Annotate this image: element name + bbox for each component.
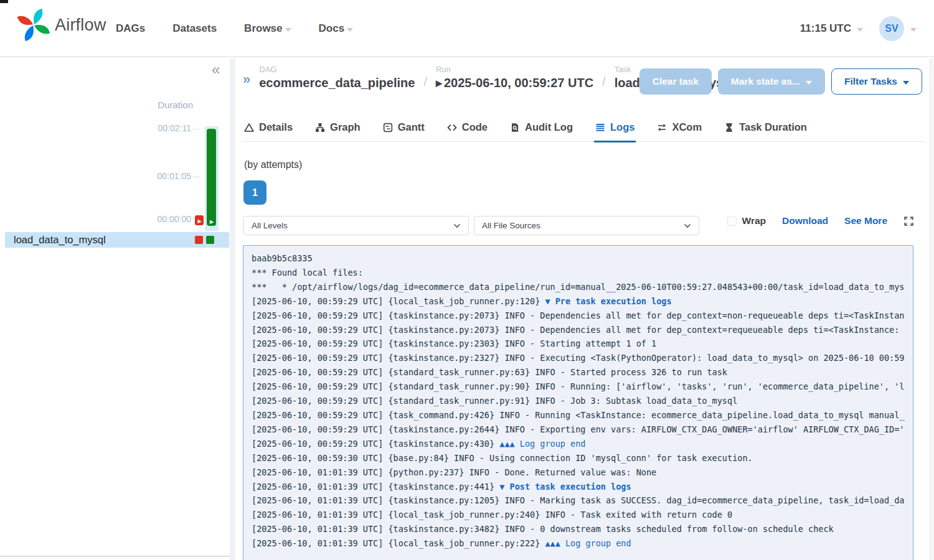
breadcrumb-run-value[interactable]: ▶ 2025-06-10, 00:59:27 UTC [436, 76, 593, 90]
nav-item-dags[interactable]: DAGs [116, 22, 145, 35]
task-instance-failed-square[interactable] [195, 236, 203, 244]
tab-label: XCom [672, 121, 702, 133]
tab-graph[interactable]: Graph [314, 115, 362, 141]
wrap-checkbox[interactable] [727, 217, 737, 226]
log-text: [2025-06-10, 00:59:29 UTC] {taskinstance… [252, 325, 905, 335]
fullscreen-icon[interactable] [903, 216, 914, 226]
sidebar-scrollbar[interactable] [0, 556, 230, 557]
filter-tasks-button[interactable]: Filter Tasks [831, 68, 922, 95]
nav-item-label: Docs [319, 22, 345, 35]
run-timestamp: 2025-06-10, 00:59:27 UTC [444, 76, 593, 90]
wrap-label: Wrap [742, 215, 766, 226]
log-line: [2025-06-10, 01:01:39 UTC] {taskinstance… [252, 493, 905, 508]
task-instance-success-square[interactable] [206, 236, 214, 244]
double-chevron-right-icon[interactable]: » [243, 73, 250, 90]
log-controls: Wrap Download See More [709, 215, 914, 226]
log-line: [2025-06-10, 00:59:29 UTC] {standard_tas… [252, 365, 905, 380]
log-line: [2025-06-10, 00:59:29 UTC] {taskinstance… [252, 337, 905, 351]
task-row-load-data-to-mysql[interactable]: load_data_to_mysql [5, 232, 229, 248]
top-navbar: Airflow DAGsDatasetsBrowseDocs 11:15 UTC… [0, 0, 934, 57]
log-text: baab9b5c8335 [252, 253, 313, 263]
log-line: baab9b5c8335 [252, 251, 905, 266]
tab-bar: DetailsGraphGanttCodeAudit LogLogsXComTa… [243, 115, 924, 142]
run-bar-success[interactable]: ▶ [207, 129, 216, 226]
page-scrollbar[interactable] [930, 58, 934, 560]
caret-down-icon [857, 28, 863, 32]
gantt-chart-icon [383, 123, 393, 133]
breadcrumb-dag-value[interactable]: ecommerce_data_pipeline [259, 76, 415, 90]
log-output-panel[interactable]: baab9b5c8335*** Found local files:*** * … [243, 245, 913, 560]
tab-audit-log[interactable]: Audit Log [509, 115, 574, 141]
collapse-sidebar-icon[interactable]: « [212, 62, 220, 77]
breadcrumb-dag: DAG ecommerce_data_pipeline [259, 65, 415, 90]
user-menu[interactable]: SV [879, 16, 917, 41]
log-text: [2025-06-10, 00:59:29 UTC] {taskinstance… [252, 353, 905, 363]
log-level-select[interactable]: All Levels [243, 216, 469, 235]
grid-sidebar: « Duration 00:02:11 00:01:05 00:00:00 ▶ … [0, 58, 230, 560]
manual-run-play-icon: ▶ [197, 219, 201, 224]
attempt-1-button[interactable]: 1 [243, 180, 267, 205]
log-line: [2025-06-10, 00:59:29 UTC] {taskinstance… [252, 422, 905, 437]
wrap-toggle[interactable]: Wrap [727, 215, 766, 226]
log-line: *** * /opt/airflow/logs/dag_id=ecommerce… [252, 280, 905, 294]
log-text: [2025-06-10, 00:59:29 UTC] {local_task_j… [252, 296, 545, 306]
log-text: [2025-06-10, 01:01:39 UTC] {taskinstance… [252, 495, 905, 505]
tab-label: Graph [330, 121, 361, 133]
log-text: [2025-06-10, 00:59:29 UTC] {task_command… [252, 410, 905, 420]
tab-task-duration[interactable]: Task Duration [723, 115, 808, 141]
task-row-label: load_data_to_mysql [14, 234, 106, 246]
log-group-toggle[interactable]: ▲▲▲ Log group end [545, 538, 631, 548]
avatar[interactable]: SV [879, 16, 904, 41]
log-group-toggle[interactable]: ▼ Post task execution logs [499, 482, 631, 492]
log-group-toggle[interactable]: ▼ Pre task execution logs [545, 296, 671, 306]
duration-tick: 00:02:11 [135, 123, 191, 133]
tab-label: Logs [610, 121, 634, 133]
nav-item-docs[interactable]: Docs [319, 22, 354, 35]
nav-item-datasets[interactable]: Datasets [172, 22, 217, 35]
log-line: [2025-06-10, 00:59:29 UTC] {taskinstance… [252, 437, 905, 451]
manual-run-play-icon: ▶ [210, 220, 214, 225]
nav-item-browse[interactable]: Browse [244, 22, 291, 35]
duration-tick: 00:01:05 [135, 171, 191, 181]
see-more-button[interactable]: See More [844, 215, 887, 226]
log-group-toggle[interactable]: ▲▲▲ Log group end [499, 439, 585, 449]
airflow-brand[interactable]: Airflow [16, 7, 106, 42]
log-text: *** * /opt/airflow/logs/dag_id=ecommerce… [252, 282, 905, 292]
clear-task-label: Clear task [653, 76, 699, 87]
download-button[interactable]: Download [782, 215, 828, 226]
clock-menu[interactable]: 11:15 UTC [800, 22, 863, 35]
caret-down-icon [347, 28, 353, 32]
duration-axis-title: Duration [158, 100, 193, 110]
tab-gantt[interactable]: Gantt [382, 115, 426, 141]
filter-tasks-label: Filter Tasks [844, 76, 897, 87]
chevron-down-icon [684, 223, 691, 228]
mark-state-as-button[interactable]: Mark state as... [718, 68, 825, 95]
log-text: [2025-06-10, 00:59:29 UTC] {taskinstance… [252, 439, 499, 449]
tab-code[interactable]: Code [446, 115, 489, 141]
file-source-select[interactable]: All File Sources [474, 216, 699, 235]
brand-name: Airflow [55, 16, 106, 35]
log-lines-icon [595, 123, 605, 133]
play-icon: ▶ [436, 78, 442, 88]
nav-items: DAGsDatasetsBrowseDocs [116, 0, 353, 57]
mark-state-label: Mark state as... [731, 76, 800, 87]
caret-down-icon [806, 81, 812, 85]
tab-label: Gantt [398, 121, 425, 133]
hourglass-icon [724, 123, 734, 133]
nav-item-label: Browse [244, 22, 282, 35]
log-text: [2025-06-10, 00:59:29 UTC] {standard_tas… [252, 396, 737, 406]
log-line: [2025-06-10, 01:01:39 UTC] {taskinstance… [252, 480, 905, 494]
tab-label: Task Duration [739, 121, 807, 133]
audit-log-icon [510, 123, 520, 133]
tab-details[interactable]: Details [243, 115, 294, 141]
log-lines: baab9b5c8335*** Found local files:*** * … [252, 251, 905, 551]
run-bar-failed[interactable]: ▶ [195, 215, 204, 225]
tab-logs[interactable]: Logs [594, 115, 636, 141]
log-text: [2025-06-10, 01:01:39 UTC] {python.py:23… [252, 467, 656, 477]
log-level-value: All Levels [252, 221, 288, 230]
tab-xcom[interactable]: XCom [656, 115, 703, 141]
header-buttons: Clear task Mark state as... Filter Tasks [639, 68, 922, 95]
log-line: *** Found local files: [252, 266, 905, 280]
clear-task-button[interactable]: Clear task [639, 68, 712, 95]
caret-down-icon [903, 81, 909, 85]
